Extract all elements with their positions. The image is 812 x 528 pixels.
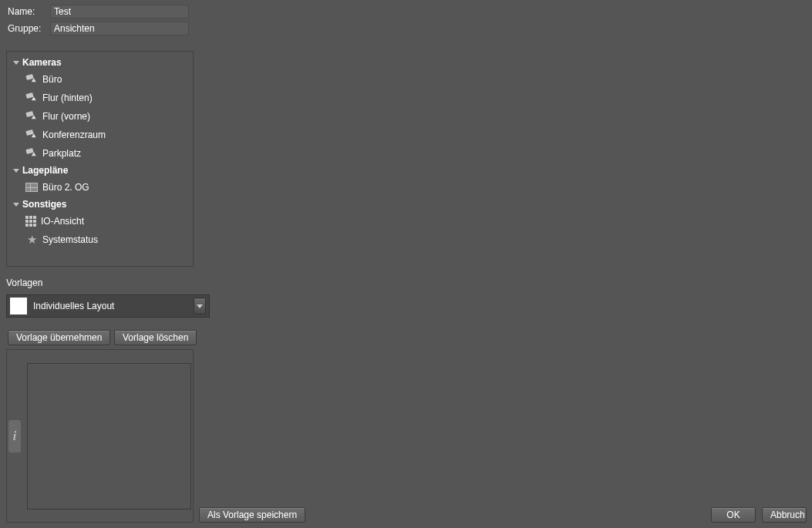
tree-group-label: Sonstiges xyxy=(22,199,66,210)
tree-item-label: Systemstatus xyxy=(42,234,98,245)
chevron-down-icon xyxy=(13,169,19,173)
grid-icon xyxy=(25,216,36,227)
preview-panel: i xyxy=(6,349,194,523)
camera-icon xyxy=(25,110,38,123)
floorplan-icon xyxy=(25,183,38,192)
tree-group[interactable]: Kameras xyxy=(8,55,191,70)
tree-group-label: Lagepläne xyxy=(22,165,68,176)
tree-item[interactable]: Flur (hinten) xyxy=(8,89,191,107)
tree-item-label: Flur (vorne) xyxy=(42,111,90,122)
template-selected-label: Individuelles Layout xyxy=(33,301,187,311)
tree-item-label: Büro 2. OG xyxy=(42,182,89,193)
layout-thumbnail-icon xyxy=(10,298,27,314)
tree-item[interactable]: Büro 2. OG xyxy=(8,178,191,197)
tree-item[interactable]: Parkplatz xyxy=(8,144,191,163)
tree-item-label: IO-Ansicht xyxy=(41,216,84,227)
camera-icon xyxy=(25,73,38,86)
star-icon: ★ xyxy=(25,234,38,246)
tree-item-label: Büro xyxy=(42,74,62,85)
tree-group[interactable]: Sonstiges xyxy=(8,197,191,212)
group-input[interactable] xyxy=(50,22,189,35)
chevron-down-icon xyxy=(13,61,19,65)
name-input[interactable] xyxy=(50,5,189,18)
layout-preview-box[interactable] xyxy=(27,363,191,510)
tree-item-label: Konferenzraum xyxy=(42,129,106,140)
delete-template-button[interactable]: Vorlage löschen xyxy=(114,330,197,345)
save-as-template-button[interactable]: Als Vorlage speichern xyxy=(199,507,305,523)
sources-tree[interactable]: KamerasBüroFlur (hinten)Flur (vorne)Konf… xyxy=(6,51,194,267)
info-icon[interactable]: i xyxy=(8,420,21,452)
template-dropdown[interactable]: Individuelles Layout xyxy=(6,294,210,318)
name-label: Name: xyxy=(8,6,50,17)
tree-item[interactable]: Flur (vorne) xyxy=(8,107,191,126)
templates-section-label: Vorlagen xyxy=(6,277,42,288)
chevron-down-icon xyxy=(13,203,19,207)
tree-item[interactable]: Konferenzraum xyxy=(8,126,191,144)
camera-icon xyxy=(25,147,38,160)
tree-group-label: Kameras xyxy=(22,57,62,68)
group-label: Gruppe: xyxy=(8,23,50,34)
tree-item[interactable]: ★Systemstatus xyxy=(8,230,191,249)
tree-item-label: Flur (hinten) xyxy=(42,92,93,103)
tree-item[interactable]: Büro xyxy=(8,70,191,89)
ok-button[interactable]: OK xyxy=(711,507,756,523)
tree-group[interactable]: Lagepläne xyxy=(8,163,191,178)
cancel-button[interactable]: Abbruch xyxy=(762,507,807,523)
apply-template-button[interactable]: Vorlage übernehmen xyxy=(8,330,110,345)
tree-item[interactable]: IO-Ansicht xyxy=(8,212,191,230)
tree-item-label: Parkplatz xyxy=(42,148,81,159)
camera-icon xyxy=(25,129,38,141)
chevron-down-icon[interactable] xyxy=(194,298,206,314)
camera-icon xyxy=(25,92,38,104)
